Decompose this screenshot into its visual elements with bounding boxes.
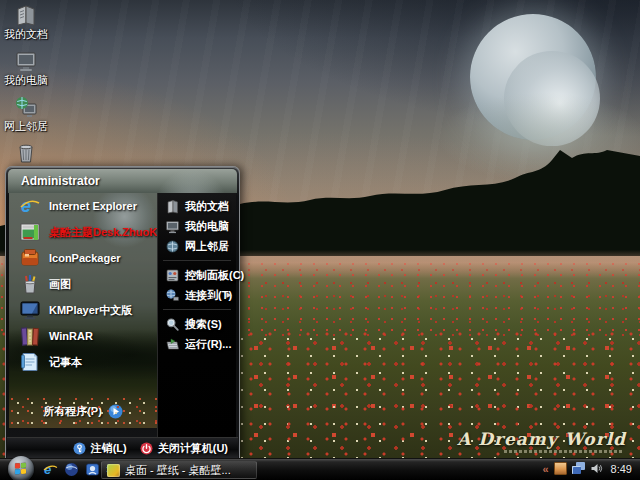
network-places-icon bbox=[14, 95, 38, 119]
internet-explorer-icon[interactable]: e bbox=[43, 462, 58, 477]
quick-launch-bar: e › bbox=[43, 462, 110, 477]
start-menu-right-panel: 我的文档 我的电脑 网上邻居 bbox=[157, 193, 236, 438]
taskbar-clock[interactable]: 8:49 bbox=[611, 463, 632, 475]
start-item-network-places[interactable]: 网上邻居 bbox=[158, 236, 236, 256]
control-panel-icon bbox=[165, 268, 180, 283]
start-item-my-computer[interactable]: 我的电脑 bbox=[158, 216, 236, 236]
start-item-run[interactable]: 运行(R)... bbox=[158, 334, 236, 354]
wallpaper-tagline bbox=[504, 450, 622, 453]
start-item-control-panel[interactable]: 控制面板(C) bbox=[158, 265, 236, 285]
internet-explorer-icon: e bbox=[19, 195, 41, 217]
start-item-connect-to[interactable]: 连接到(T) ▶ bbox=[158, 285, 236, 305]
start-item-kmplayer[interactable]: KMPlayer中文版 bbox=[9, 297, 157, 323]
desktop-icon-label: 网上邻居 bbox=[3, 120, 49, 132]
run-icon bbox=[165, 337, 180, 352]
iconpackager-icon bbox=[19, 247, 41, 269]
start-button[interactable] bbox=[8, 456, 34, 480]
taskbar: e › 桌面 - 壁纸 - 桌酷壁... « bbox=[0, 458, 640, 480]
start-item-internet-explorer[interactable]: e Internet Explorer bbox=[9, 193, 157, 219]
desktop-icon-my-computer[interactable]: 我的电脑 bbox=[3, 49, 49, 86]
zhuoku-theme-icon bbox=[19, 221, 41, 243]
start-item-paint[interactable]: 画图 bbox=[9, 271, 157, 297]
task-window-icon bbox=[107, 464, 120, 477]
start-menu-username: Administrator bbox=[21, 174, 100, 188]
browser-globe-icon[interactable] bbox=[64, 462, 79, 477]
windows-flag-icon bbox=[15, 463, 27, 476]
taskbar-task-button[interactable]: 桌面 - 壁纸 - 桌酷壁... bbox=[101, 461, 257, 479]
volume-icon[interactable] bbox=[590, 462, 603, 475]
start-menu-header: Administrator bbox=[8, 169, 237, 193]
start-item-my-documents[interactable]: 我的文档 bbox=[158, 196, 236, 216]
logoff-button[interactable]: 注销(L) bbox=[73, 441, 127, 456]
my-computer-icon bbox=[165, 219, 180, 234]
messenger-icon[interactable] bbox=[85, 462, 100, 477]
system-tray: « 8:49 bbox=[542, 462, 636, 475]
start-item-winrar[interactable]: WinRAR bbox=[9, 323, 157, 349]
all-programs-arrow-icon bbox=[108, 404, 123, 419]
desktop-icon-network-places[interactable]: 网上邻居 bbox=[3, 95, 49, 132]
start-item-zhuoku-theme[interactable]: 桌酷主题Desk.ZhuoKu.Com bbox=[9, 219, 157, 245]
recycle-bin-icon bbox=[14, 141, 38, 165]
start-menu-left-panel: e Internet Explorer 桌酷主题Desk.ZhuoKu.Com bbox=[9, 193, 157, 428]
my-computer-icon bbox=[14, 49, 38, 73]
desktop-icon-label: 我的电脑 bbox=[3, 74, 49, 86]
shutdown-button[interactable]: 关闭计算机(U) bbox=[140, 441, 228, 456]
desktop: A Dreamy World 我的文档 我的电脑 网上邻居 bbox=[0, 0, 640, 480]
start-item-all-programs[interactable]: 所有程序(P) bbox=[9, 400, 157, 422]
my-documents-icon bbox=[165, 199, 180, 214]
wallpaper-title-text: A Dreamy World bbox=[457, 429, 626, 449]
start-item-search[interactable]: 搜索(S) bbox=[158, 314, 236, 334]
submenu-arrow-icon: ▶ bbox=[227, 291, 232, 299]
tray-collapse-chevron-icon[interactable]: « bbox=[542, 463, 548, 475]
start-menu-separator bbox=[163, 309, 231, 310]
start-menu: Administrator e Internet Explorer bbox=[5, 166, 240, 459]
winrar-icon bbox=[19, 325, 41, 347]
search-icon bbox=[165, 317, 180, 332]
network-status-icon[interactable] bbox=[572, 462, 585, 475]
connect-to-icon bbox=[165, 288, 180, 303]
start-item-iconpackager[interactable]: IconPackager bbox=[9, 245, 157, 271]
desktop-icon-recycle-bin[interactable] bbox=[3, 141, 49, 166]
notepad-icon bbox=[19, 351, 41, 373]
kmplayer-icon bbox=[19, 299, 41, 321]
my-documents-icon bbox=[14, 3, 38, 27]
orange-app-icon[interactable] bbox=[554, 462, 567, 475]
start-menu-separator bbox=[163, 260, 231, 261]
shutdown-icon bbox=[140, 442, 153, 455]
start-menu-footer: 注销(L) 关闭计算机(U) bbox=[7, 437, 238, 459]
network-places-icon bbox=[165, 239, 180, 254]
paint-icon bbox=[19, 273, 41, 295]
start-item-notepad[interactable]: 记事本 bbox=[9, 349, 157, 375]
desktop-icon-my-documents[interactable]: 我的文档 bbox=[3, 3, 49, 40]
desktop-icon-label: 我的文档 bbox=[3, 28, 49, 40]
logoff-icon bbox=[73, 442, 86, 455]
